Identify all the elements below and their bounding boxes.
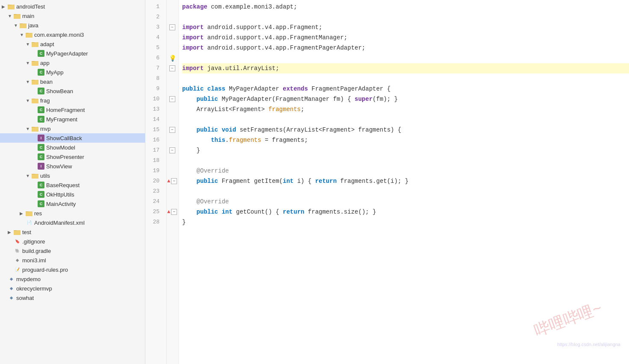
tree-item-label: bean	[40, 79, 53, 85]
tree-item-label: OkHttpUtils	[46, 191, 74, 198]
expand-arrow[interactable]: ▼	[26, 98, 32, 103]
sidebar-item-ShowView[interactable]: IShowView	[0, 161, 145, 171]
plain-token: fragments.get(i); }	[337, 176, 408, 186]
tree-item-label: moni3.iml	[22, 257, 46, 264]
sidebar-item-mvp[interactable]: ▼ mvp	[0, 124, 145, 133]
line-number: 8	[145, 73, 163, 84]
sidebar-item-AndroidManifest.xml[interactable]: 📄AndroidManifest.xml	[0, 218, 145, 227]
sidebar-item-MyPagerAdapter[interactable]: CMyPagerAdapter	[0, 49, 145, 58]
class-icon: C	[38, 88, 44, 94]
expand-arrow[interactable]: ▶	[20, 211, 26, 216]
sidebar-item-test[interactable]: ▶ test	[0, 227, 145, 237]
sidebar-item-app[interactable]: ▼ app	[0, 58, 145, 68]
code-content: package com.example.moni3.adapt;import a…	[179, 0, 629, 364]
sidebar-item-main[interactable]: ▼ main	[0, 11, 145, 21]
fold-icon[interactable]: −	[171, 178, 177, 184]
plain-token: android.support.v4.app.Fragment;	[204, 22, 322, 32]
kw-token: extends	[283, 84, 308, 94]
gutter-cell[interactable]: 💡	[167, 53, 178, 63]
folder-icon	[26, 31, 32, 38]
expand-arrow[interactable]: ▼	[26, 173, 32, 178]
sidebar-item-MyApp[interactable]: CMyApp	[0, 68, 145, 77]
expand-arrow[interactable]: ▼	[26, 126, 32, 131]
kw2-token: void	[221, 125, 236, 135]
sidebar-item-MyFragment[interactable]: CMyFragment	[0, 114, 145, 124]
expand-arrow[interactable]: ▼	[26, 79, 32, 84]
fold-icon[interactable]: −	[169, 96, 175, 102]
svg-rect-35	[14, 231, 21, 235]
gutter-cell[interactable]: ▲−	[167, 176, 178, 186]
gutter-cell	[167, 197, 178, 207]
svg-rect-26	[32, 127, 38, 132]
sidebar-item-HomeFragment[interactable]: CHomeFragment	[0, 105, 145, 114]
sidebar-item-MainActivity[interactable]: CMainActivity	[0, 199, 145, 208]
code-line: import java.util.ArrayList;	[182, 63, 629, 73]
expand-arrow[interactable]: ▼	[26, 42, 32, 47]
expand-arrow[interactable]: ▼	[8, 14, 14, 18]
sidebar-item-com.example.moni3[interactable]: ▼ com.example.moni3	[0, 30, 145, 39]
kw-token: package	[182, 2, 207, 12]
sidebar-item-build.gradle[interactable]: 🐘build.gradle	[0, 246, 145, 255]
fold-icon[interactable]: −	[171, 209, 177, 215]
sidebar-item-OkHttpUtils[interactable]: COkHttpUtils	[0, 190, 145, 199]
code-line: import android.support.v4.app.Fragment;	[182, 22, 629, 32]
expand-arrow[interactable]: ▶	[8, 230, 14, 235]
gutter-cell[interactable]: −	[167, 145, 178, 156]
class-icon: C	[38, 106, 44, 113]
line-number: 28	[145, 217, 163, 227]
fold-icon[interactable]: −	[169, 65, 175, 71]
fold-icon[interactable]: −	[169, 127, 175, 133]
gutter-cell[interactable]: ▲−	[167, 207, 178, 217]
tree-item-label: sowhat	[16, 295, 34, 301]
sidebar-item-androidTest[interactable]: ▶ androidTest	[0, 2, 145, 11]
kw2-token: this	[211, 135, 225, 145]
sidebar-item-bean[interactable]: ▼ bean	[0, 77, 145, 86]
plain-token: getCount() {	[233, 207, 283, 217]
sidebar-item-adapt[interactable]: ▼ adapt	[0, 39, 145, 49]
gutter-cell	[167, 104, 178, 114]
gutter-cell[interactable]: −	[167, 22, 178, 32]
sidebar-item-ShowBean[interactable]: CShowBean	[0, 86, 145, 96]
sidebar-item-utils[interactable]: ▼ utils	[0, 171, 145, 180]
fold-icon[interactable]: −	[169, 24, 175, 30]
gutter-cell[interactable]: −	[167, 94, 178, 104]
sidebar-item-res[interactable]: ▶ res	[0, 208, 145, 218]
plain-token: fragments.size(); }	[304, 207, 376, 217]
plain-token: FragmentPagerAdapter {	[308, 84, 390, 94]
class-icon: C	[38, 191, 44, 198]
gutter-cell[interactable]: −	[167, 125, 178, 135]
fold-icon[interactable]: −	[169, 147, 175, 153]
plain-token	[182, 135, 211, 145]
sidebar-item-mvpdemo[interactable]: ◈mvpdemo	[0, 274, 145, 284]
folder-icon	[14, 229, 21, 235]
expand-arrow[interactable]: ▶	[2, 4, 8, 9]
expand-arrow[interactable]: ▼	[20, 32, 26, 37]
gutter-cell[interactable]: −	[167, 63, 178, 73]
expand-arrow[interactable]: ▼	[14, 23, 20, 28]
interface-icon: I	[38, 163, 44, 170]
plain-token	[204, 84, 207, 94]
sidebar-item-java[interactable]: ▼ java	[0, 21, 145, 30]
sidebar-item-ShowCallBack[interactable]: IShowCallBack	[0, 133, 145, 143]
expand-arrow[interactable]: ▼	[26, 61, 32, 65]
tree-item-label: mvp	[40, 126, 51, 132]
sidebar-item-.gitignore[interactable]: 🔖.gitignore	[0, 237, 145, 246]
sidebar-item-BaseRequest[interactable]: CBaseRequest	[0, 180, 145, 190]
class-icon: C	[38, 200, 44, 207]
sidebar-item-sowhat[interactable]: ◈sowhat	[0, 293, 145, 302]
sidebar-item-ShowModel[interactable]: CShowModel	[0, 143, 145, 152]
sidebar-item-frag[interactable]: ▼ frag	[0, 96, 145, 105]
svg-rect-29	[32, 174, 38, 179]
tree-item-label: HomeFragment	[46, 107, 85, 113]
iml-icon: ◆	[14, 257, 21, 264]
sidebar-item-okrecyclermvp[interactable]: ◈okrecyclermvp	[0, 284, 145, 293]
lightbulb-icon[interactable]: 💡	[169, 55, 176, 62]
field-token: fragments	[269, 104, 301, 114]
plain-token: java.util.ArrayList;	[204, 63, 279, 73]
sidebar-item-ShowPresenter[interactable]: CShowPresenter	[0, 152, 145, 161]
plain-token	[182, 176, 197, 186]
sidebar-item-proguard-rules.pro[interactable]: 📝proguard-rules.pro	[0, 265, 145, 274]
up-arrow-icon: ▲	[167, 178, 170, 184]
tree-item-label: MyFragment	[46, 116, 77, 123]
sidebar-item-moni3.iml[interactable]: ◆moni3.iml	[0, 255, 145, 265]
